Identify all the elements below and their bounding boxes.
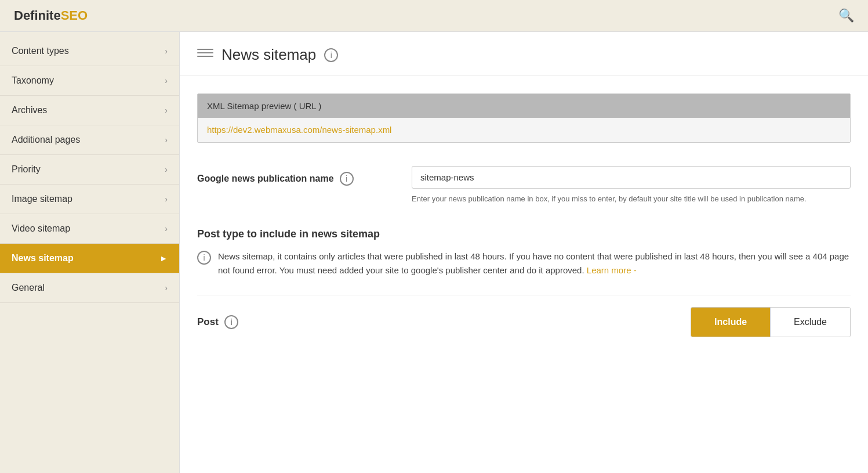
- sidebar-item-label: Priority: [12, 164, 41, 175]
- post-type-section-title: Post type to include in news sitemap: [197, 228, 851, 240]
- chevron-right-icon: ›: [165, 46, 168, 56]
- include-button[interactable]: Include: [691, 308, 770, 337]
- post-type-desc-text: News sitemap, it contains only articles …: [218, 250, 851, 277]
- logo-seo: SEO: [61, 8, 88, 23]
- chevron-right-icon: ►: [159, 254, 168, 263]
- chevron-right-icon: ›: [165, 194, 168, 204]
- svg-rect-0: [197, 49, 213, 50]
- sidebar-item-label: Taxonomy: [12, 75, 54, 86]
- top-navigation: DefiniteSEO 🔍: [0, 0, 868, 32]
- chevron-right-icon: ›: [165, 135, 168, 145]
- content-body: XML Sitemap preview ( URL ) https://dev2…: [180, 76, 868, 473]
- search-icon[interactable]: 🔍: [838, 8, 854, 23]
- main-layout: Content types › Taxonomy › Archives › Ad…: [0, 32, 868, 473]
- logo: DefiniteSEO: [14, 8, 88, 23]
- xml-preview-url: https://dev2.webmaxusa.com/news-sitemap.…: [198, 118, 850, 142]
- chevron-right-icon: ›: [165, 106, 168, 115]
- sidebar-item-archives[interactable]: Archives ›: [0, 96, 179, 125]
- sidebar-item-priority[interactable]: Priority ›: [0, 155, 179, 185]
- sidebar-item-label: Additional pages: [12, 135, 80, 145]
- sidebar-item-label: Archives: [12, 105, 47, 115]
- sidebar-item-news-sitemap[interactable]: News sitemap ►: [0, 244, 179, 273]
- exclude-button[interactable]: Exclude: [770, 308, 850, 337]
- page-title: News sitemap: [221, 46, 316, 64]
- sidebar-item-label: Video sitemap: [12, 223, 70, 234]
- publication-name-hint: Enter your news publication name in box,…: [412, 193, 851, 205]
- sitemap-icon: [197, 46, 213, 64]
- publication-name-input[interactable]: [412, 166, 851, 189]
- xml-preview-header: XML Sitemap preview ( URL ): [198, 94, 850, 118]
- svg-rect-2: [197, 56, 213, 57]
- chevron-right-icon: ›: [165, 283, 168, 293]
- chevron-right-icon: ›: [165, 165, 168, 174]
- include-exclude-buttons: Include Exclude: [691, 307, 851, 337]
- chevron-right-icon: ›: [165, 76, 168, 85]
- sidebar-item-label: Content types: [12, 46, 69, 56]
- sidebar-item-additional-pages[interactable]: Additional pages ›: [0, 125, 179, 155]
- publication-name-label-col: Google news publication name i: [197, 166, 394, 186]
- post-type-info-icon[interactable]: i: [197, 251, 211, 265]
- sidebar-item-content-types[interactable]: Content types ›: [0, 37, 179, 66]
- sidebar-item-taxonomy[interactable]: Taxonomy ›: [0, 66, 179, 96]
- sidebar: Content types › Taxonomy › Archives › Ad…: [0, 32, 180, 473]
- chevron-right-icon: ›: [165, 224, 168, 233]
- sidebar-item-general[interactable]: General ›: [0, 273, 179, 303]
- page-title-info-icon[interactable]: i: [324, 48, 338, 62]
- publication-name-row: Google news publication name i Enter you…: [197, 166, 851, 205]
- page-header: News sitemap i: [180, 32, 868, 76]
- post-row: Post i Include Exclude: [197, 295, 851, 349]
- learn-more-link[interactable]: Learn more -: [587, 265, 637, 275]
- post-info-icon[interactable]: i: [224, 315, 238, 329]
- publication-name-input-col: Enter your news publication name in box,…: [412, 166, 851, 205]
- sidebar-item-label: General: [12, 283, 45, 293]
- sidebar-item-image-sitemap[interactable]: Image sitemap ›: [0, 185, 179, 214]
- xml-preview-link[interactable]: https://dev2.webmaxusa.com/news-sitemap.…: [207, 125, 391, 135]
- post-type-description: i News sitemap, it contains only article…: [197, 250, 851, 277]
- svg-rect-1: [197, 52, 213, 53]
- xml-preview-box: XML Sitemap preview ( URL ) https://dev2…: [197, 93, 851, 143]
- content-area: News sitemap i XML Sitemap preview ( URL…: [180, 32, 868, 473]
- publication-name-label: Google news publication name: [197, 174, 334, 184]
- logo-definite: Definite: [14, 8, 61, 23]
- sidebar-item-video-sitemap[interactable]: Video sitemap ›: [0, 214, 179, 244]
- sidebar-item-label: Image sitemap: [12, 194, 72, 204]
- sidebar-item-label: News sitemap: [12, 253, 74, 263]
- publication-name-info-icon[interactable]: i: [340, 172, 354, 186]
- post-label: Post i: [197, 315, 238, 329]
